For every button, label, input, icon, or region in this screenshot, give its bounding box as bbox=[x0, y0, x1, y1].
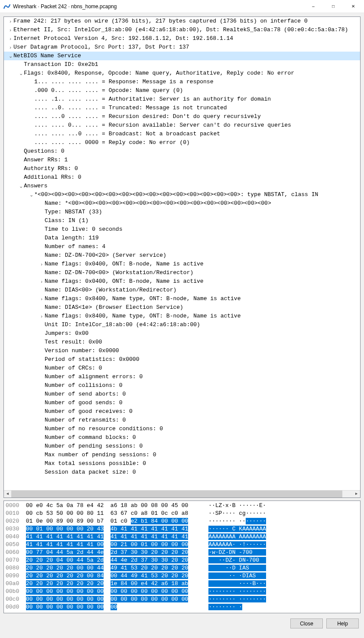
hex-row[interactable]: 0030 00 01 00 00 00 00 20 43 4b 41 41 41… bbox=[6, 525, 358, 533]
tree-row[interactable]: Authority RRs: 0 bbox=[4, 164, 360, 173]
expand-icon[interactable]: › bbox=[7, 43, 13, 52]
tree-row-text: Time to live: 0 seconds bbox=[45, 225, 122, 234]
tree-row-text: *<00><00><00><00><00><00><00><00><00><00… bbox=[34, 190, 318, 199]
tree-row[interactable]: Test result: 0x00 bbox=[4, 338, 360, 347]
packet-details-tree[interactable]: ›Frame 242: 217 bytes on wire (1736 bits… bbox=[3, 16, 361, 498]
tree-row[interactable]: .... ...0 .... .... = Recursion desired:… bbox=[4, 112, 360, 121]
packet-bytes-hex[interactable]: 0000 00 e0 4c 5a 0a 78 e4 42 a6 18 ab 00… bbox=[3, 501, 361, 613]
tree-row[interactable]: Class: IN (1) bbox=[4, 216, 360, 225]
hex-row[interactable]: 00a0 20 20 20 20 20 20 20 20 1e 84 00 e4… bbox=[6, 580, 358, 588]
tree-row[interactable]: .... .1.. .... .... = Authoritative: Ser… bbox=[4, 95, 360, 104]
tree-row[interactable]: Number of no resource conditions: 0 bbox=[4, 425, 360, 433]
tree-row[interactable]: Number of command blocks: 0 bbox=[4, 433, 360, 442]
tree-row[interactable]: Questions: 0 bbox=[4, 147, 360, 156]
tree-row[interactable]: ›Name flags: 0x0400, ONT: B-node, Name i… bbox=[4, 260, 360, 268]
collapse-icon[interactable]: ⌄ bbox=[18, 69, 24, 78]
tree-row[interactable]: Name: *<00><00><00><00><00><00><00><00><… bbox=[4, 199, 360, 208]
tree-row[interactable]: ⌄Answers bbox=[4, 182, 360, 190]
tree-row[interactable]: Number of alignment errors: 0 bbox=[4, 373, 360, 381]
tree-row[interactable]: ⌄NetBIOS Name Service bbox=[4, 52, 360, 60]
tree-row[interactable]: ›User Datagram Protocol, Src Port: 137, … bbox=[4, 43, 360, 52]
tree-row[interactable]: Session data packet size: 0 bbox=[4, 468, 360, 477]
hex-row[interactable]: 0090 20 20 20 20 20 20 00 84 00 44 49 41… bbox=[6, 572, 358, 580]
tree-row[interactable]: Number of send aborts: 0 bbox=[4, 390, 360, 399]
hex-row[interactable]: 0000 00 e0 4c 5a 0a 78 e4 42 a6 18 ab 00… bbox=[6, 502, 358, 510]
tree-row[interactable]: ⌄*<00><00><00><00><00><00><00><00><00><0… bbox=[4, 190, 360, 199]
help-button[interactable]: Help bbox=[326, 618, 359, 628]
hex-row[interactable]: 0020 01 0e 00 89 00 89 00 b7 01 c0 e2 b1… bbox=[6, 517, 358, 525]
tree-row[interactable]: ›Internet Protocol Version 4, Src: 192.1… bbox=[4, 34, 360, 43]
tree-row[interactable]: Name: DIAS<00> (Workstation/Redirector) bbox=[4, 286, 360, 294]
tree-row-text: Number of good sends: 0 bbox=[45, 399, 122, 407]
hex-row[interactable]: 0050 41 41 41 41 41 41 41 00 00 21 00 01… bbox=[6, 541, 358, 549]
tree-row[interactable]: Transaction ID: 0xe2b1 bbox=[4, 60, 360, 69]
hex-row[interactable]: 0040 41 41 41 41 41 41 41 41 41 41 41 41… bbox=[6, 533, 358, 541]
tree-row[interactable]: Number of collisions: 0 bbox=[4, 381, 360, 390]
tree-row[interactable]: Type: NBSTAT (33) bbox=[4, 208, 360, 216]
tree-row[interactable]: Period of statistics: 0x0000 bbox=[4, 355, 360, 364]
tree-row[interactable]: .... .... 0... .... = Recursion availabl… bbox=[4, 121, 360, 130]
tree-row[interactable]: ⌄Flags: 0x8400, Response, Opcode: Name q… bbox=[4, 69, 360, 78]
tree-row[interactable]: Name: DIAS<1e> (Browser Election Service… bbox=[4, 303, 360, 312]
hex-row[interactable]: 0070 20 20 20 04 00 44 5a 2d 44 4e 2d 37… bbox=[6, 556, 358, 564]
tree-row[interactable]: Data length: 119 bbox=[4, 234, 360, 242]
tree-row[interactable]: .... .... .... 0000 = Reply code: No err… bbox=[4, 138, 360, 147]
tree-row-text: Test result: 0x00 bbox=[45, 338, 102, 347]
expand-icon[interactable]: › bbox=[39, 294, 45, 303]
expand-icon[interactable]: › bbox=[7, 34, 13, 43]
tree-row[interactable]: Max total sessions possible: 0 bbox=[4, 459, 360, 468]
expand-icon[interactable]: › bbox=[7, 17, 13, 26]
tree-row[interactable]: Additional RRs: 0 bbox=[4, 173, 360, 182]
tree-row[interactable]: .000 0... .... .... = Opcode: Name query… bbox=[4, 86, 360, 95]
collapse-icon[interactable]: ⌄ bbox=[7, 52, 13, 60]
expand-icon[interactable]: › bbox=[39, 312, 45, 321]
tree-row[interactable]: ›Name flags: 0x8400, Name type, ONT: B-n… bbox=[4, 312, 360, 321]
tree-row-text: Number of pending sessions: 0 bbox=[45, 442, 143, 451]
tree-row[interactable]: Name: DZ-DN-700<00> (Workstation/Redirec… bbox=[4, 268, 360, 277]
tree-row[interactable]: Version number: 0x0000 bbox=[4, 347, 360, 355]
collapse-icon[interactable]: ⌄ bbox=[18, 182, 24, 190]
hex-row[interactable]: 0010 00 cb 53 50 00 00 80 11 63 67 c0 a8… bbox=[6, 510, 358, 517]
close-window-button[interactable]: ✕ bbox=[343, 0, 363, 13]
tree-row[interactable]: Name: DZ-DN-700<20> (Server service) bbox=[4, 251, 360, 260]
close-button[interactable]: Close bbox=[290, 618, 323, 628]
tree-row[interactable]: .... ..0. .... .... = Truncated: Message… bbox=[4, 104, 360, 112]
tree-row[interactable]: Number of pending sessions: 0 bbox=[4, 442, 360, 451]
tree-row[interactable]: ›Ethernet II, Src: IntelCor_18:ab:00 (e4… bbox=[4, 26, 360, 34]
tree-row[interactable]: Number of names: 4 bbox=[4, 242, 360, 251]
tree-row[interactable]: ›Name flags: 0x8400, Name type, ONT: B-n… bbox=[4, 294, 360, 303]
maximize-button[interactable]: □ bbox=[323, 0, 343, 13]
expand-icon[interactable]: › bbox=[39, 277, 45, 286]
tree-row-text: .... .... .... 0000 = Reply code: No err… bbox=[34, 138, 190, 147]
tree-row-text: Jumpers: 0x00 bbox=[45, 329, 88, 338]
tree-row[interactable]: Number of retransmits: 0 bbox=[4, 416, 360, 425]
tree-hscroll[interactable]: ◄ ► bbox=[4, 490, 360, 497]
tree-row-text: .000 0... .... .... = Opcode: Name query… bbox=[34, 86, 183, 95]
tree-row[interactable]: Number of good sends: 0 bbox=[4, 399, 360, 407]
tree-row[interactable]: .... .... ...0 .... = Broadcast: Not a b… bbox=[4, 130, 360, 138]
minimize-button[interactable]: – bbox=[303, 0, 323, 13]
tree-row-text: Name: DIAS<00> (Workstation/Redirector) bbox=[45, 286, 176, 294]
hex-row[interactable]: 0060 00 77 04 44 5a 2d 44 4e 2d 37 30 30… bbox=[6, 549, 358, 556]
hex-row[interactable]: 00d0 00 00 00 00 00 00 00 00 00 ········… bbox=[6, 603, 358, 611]
tree-row[interactable]: 1... .... .... .... = Response: Message … bbox=[4, 78, 360, 86]
tree-row-text: Period of statistics: 0x0000 bbox=[45, 355, 139, 364]
tree-row[interactable]: ›Frame 242: 217 bytes on wire (1736 bits… bbox=[4, 17, 360, 26]
tree-row[interactable]: Number of good receives: 0 bbox=[4, 407, 360, 416]
tree-row-text: Internet Protocol Version 4, Src: 192.16… bbox=[13, 34, 233, 43]
scroll-right-button[interactable]: ► bbox=[353, 491, 360, 498]
tree-row[interactable]: Number of CRCs: 0 bbox=[4, 364, 360, 373]
tree-row[interactable]: Answer RRs: 1 bbox=[4, 156, 360, 164]
tree-row[interactable]: Jumpers: 0x00 bbox=[4, 329, 360, 338]
expand-icon[interactable]: › bbox=[39, 260, 45, 268]
hex-row[interactable]: 00b0 00 00 00 00 00 00 00 00 00 00 00 00… bbox=[6, 588, 358, 595]
collapse-icon[interactable]: ⌄ bbox=[28, 190, 34, 199]
tree-row[interactable]: Max number of pending sessions: 0 bbox=[4, 451, 360, 459]
tree-row[interactable]: ›Name flags: 0x0400, ONT: B-node, Name i… bbox=[4, 277, 360, 286]
hex-row[interactable]: 0080 20 20 20 20 20 00 00 44 49 41 53 20… bbox=[6, 564, 358, 572]
tree-row[interactable]: Time to live: 0 seconds bbox=[4, 225, 360, 234]
expand-icon[interactable]: › bbox=[7, 26, 13, 34]
tree-row[interactable]: Unit ID: IntelCor_18:ab:00 (e4:42:a6:18:… bbox=[4, 321, 360, 329]
hex-row[interactable]: 00c0 00 00 00 00 00 00 00 00 00 00 00 00… bbox=[6, 595, 358, 603]
scroll-left-button[interactable]: ◄ bbox=[4, 491, 11, 498]
